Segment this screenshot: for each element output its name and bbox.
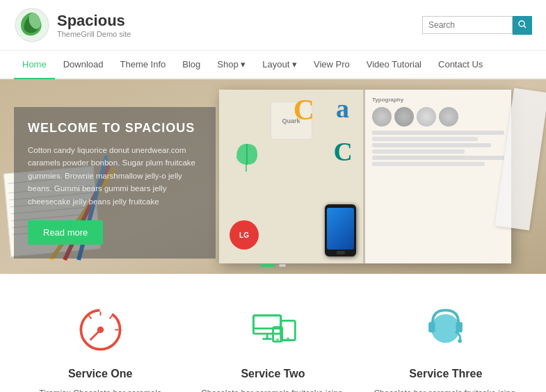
svg-rect-20: [456, 322, 463, 332]
logo-c-orange: C: [294, 95, 314, 124]
lg-logo: LG: [230, 220, 259, 250]
nav-blog[interactable]: Blog: [174, 51, 209, 78]
search-icon: [518, 20, 527, 28]
book-left: Quark C a C LG: [219, 90, 365, 263]
slider-dot-1[interactable]: [261, 264, 275, 267]
phone: [325, 204, 356, 256]
service-icon-1: [72, 302, 128, 357]
service-title-3: Service Three: [374, 368, 518, 380]
service-desc-2: Chocolate bar caramels fruitcake icing. …: [200, 387, 345, 392]
nav-contact-us[interactable]: Contact Us: [430, 51, 491, 78]
hero-title: WELCOME TO SPACIOUS: [28, 121, 202, 136]
book-right: Typography: [365, 90, 511, 263]
site-tagline: ThemeGrill Demo site: [57, 30, 131, 38]
logo-c-teal: C: [334, 138, 353, 165]
service-title-2: Service Two: [200, 368, 345, 380]
logo-icon: [14, 7, 50, 43]
svg-line-9: [88, 315, 91, 318]
service-title-1: Service One: [28, 368, 172, 380]
service-desc-3: Chocolate bar caramels fruitcake icing. …: [374, 387, 518, 392]
svg-point-21: [458, 338, 463, 343]
logo-area: Spacious ThemeGrill Demo site: [14, 7, 131, 43]
header: Spacious ThemeGrill Demo site: [0, 0, 546, 51]
nav-theme-info[interactable]: Theme Info: [112, 51, 175, 78]
nav-home[interactable]: Home: [14, 51, 55, 79]
svg-line-8: [109, 315, 112, 318]
slider-dots: [261, 264, 286, 267]
nav-shop[interactable]: Shop ▾: [209, 51, 254, 78]
logo-text: Spacious ThemeGrill Demo site: [57, 12, 131, 38]
hero-description: Cotton candy liquorice donut unerdwear.c…: [28, 144, 202, 208]
green-logo: [230, 138, 264, 177]
slider-dot-2[interactable]: [279, 264, 286, 267]
svg-rect-10: [253, 315, 280, 333]
search-button[interactable]: [513, 16, 532, 35]
services-section: Service One Tiramisu Chocolate bar caram…: [0, 274, 546, 392]
search-input[interactable]: [422, 16, 513, 34]
service-card-3: Service Three Chocolate bar caramels fru…: [367, 295, 525, 392]
svg-line-3: [524, 26, 526, 28]
nav-view-pro[interactable]: View Pro: [305, 51, 358, 78]
svg-point-18: [431, 314, 460, 343]
navbar: Home Download Theme Info Blog Shop ▾ Lay…: [0, 51, 546, 79]
hero-slider: Quark C a C LG Typography: [0, 79, 546, 274]
nav-download[interactable]: Download: [55, 51, 112, 78]
svg-point-2: [519, 21, 524, 26]
svg-rect-19: [428, 322, 435, 332]
service-card-1: Service One Tiramisu Chocolate bar caram…: [21, 295, 179, 392]
logo-a-blue: a: [336, 95, 349, 122]
nav-layout[interactable]: Layout ▾: [254, 51, 305, 78]
read-more-button[interactable]: Read more: [28, 220, 103, 245]
site-name: Spacious: [57, 12, 131, 30]
search-area: [422, 16, 532, 35]
service-desc-1: Tiramisu Chocolate bar caramels fruitcak…: [28, 387, 172, 392]
service-card-2: Service Two Chocolate bar caramels fruit…: [193, 295, 352, 392]
service-icon-3: [418, 302, 474, 357]
hero-text-overlay: WELCOME TO SPACIOUS Cotton candy liquori…: [14, 107, 216, 259]
service-icon-2: [245, 302, 300, 357]
nav-video-tutorial[interactable]: Video Tutorial: [358, 51, 430, 78]
book: Quark C a C LG Typography: [219, 90, 511, 263]
